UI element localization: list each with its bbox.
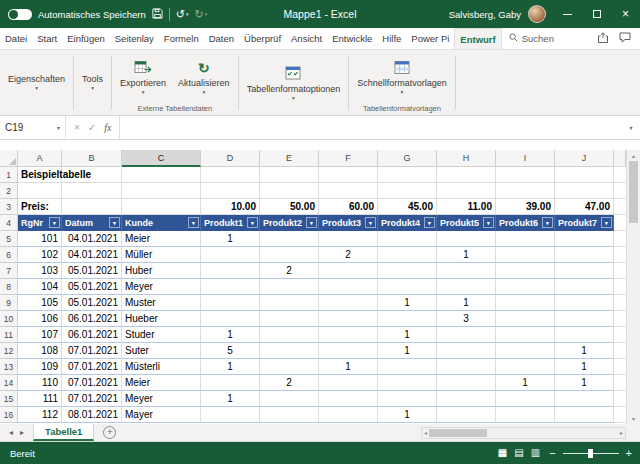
cell-D6[interactable] xyxy=(201,247,260,263)
cell-A15[interactable]: 111 xyxy=(18,391,62,407)
cell-J7[interactable] xyxy=(555,263,614,279)
cell-E14[interactable]: 2 xyxy=(260,375,319,391)
cell-J8[interactable] xyxy=(555,279,614,295)
column-header-J[interactable]: J xyxy=(555,150,614,167)
share-icon[interactable] xyxy=(597,32,609,45)
cell-A9[interactable]: 105 xyxy=(18,295,62,311)
cell-D15[interactable]: 1 xyxy=(201,391,260,407)
cell-F8[interactable] xyxy=(319,279,378,295)
cell-F7[interactable] xyxy=(319,263,378,279)
cell-A7[interactable]: 103 xyxy=(18,263,62,279)
cell-H5[interactable] xyxy=(437,231,496,247)
cell-F12[interactable] xyxy=(319,343,378,359)
row-header-8[interactable]: 8 xyxy=(0,279,18,295)
cell-C7[interactable]: Huber xyxy=(122,263,201,279)
zoom-slider-thumb[interactable] xyxy=(588,449,593,458)
filter-dropdown-icon[interactable]: ▾ xyxy=(424,217,435,228)
row-header-14[interactable]: 14 xyxy=(0,375,18,391)
ribbon-tab-hilfe[interactable]: Hilfe xyxy=(377,28,406,49)
cell-H12[interactable] xyxy=(437,343,496,359)
cell-H6[interactable]: 1 xyxy=(437,247,496,263)
cell-E16[interactable] xyxy=(260,407,319,423)
cell-D11[interactable]: 1 xyxy=(201,327,260,343)
cell-A11[interactable]: 107 xyxy=(18,327,62,343)
cell-D5[interactable]: 1 xyxy=(201,231,260,247)
cell-A1[interactable]: Beispieltabelle xyxy=(18,167,62,183)
cell-I10[interactable] xyxy=(496,311,555,327)
cell-F14[interactable] xyxy=(319,375,378,391)
cell-J3[interactable]: 47.00 xyxy=(555,199,614,215)
cell-G2[interactable] xyxy=(378,183,437,199)
cell-F13[interactable]: 1 xyxy=(319,359,378,375)
cell-C5[interactable]: Meier xyxy=(122,231,201,247)
cell-C2[interactable] xyxy=(122,183,201,199)
horizontal-scroll-thumb[interactable] xyxy=(429,429,487,437)
minimize-button[interactable] xyxy=(553,0,582,28)
filter-dropdown-icon[interactable]: ▾ xyxy=(483,217,494,228)
cell-A5[interactable]: 101 xyxy=(18,231,62,247)
cell-C4[interactable]: Kunde▾ xyxy=(122,215,201,231)
cell-E2[interactable] xyxy=(260,183,319,199)
ribbon-tab-power-pi[interactable]: Power Pi xyxy=(406,28,454,49)
ribbon-tab-ansicht[interactable]: Ansicht xyxy=(286,28,327,49)
sheet-nav-right-icon[interactable]: ▸ xyxy=(20,428,24,437)
cell-E9[interactable] xyxy=(260,295,319,311)
cell-F2[interactable] xyxy=(319,183,378,199)
cell-H16[interactable] xyxy=(437,407,496,423)
cell-E7[interactable]: 2 xyxy=(260,263,319,279)
cell-G3[interactable]: 45.00 xyxy=(378,199,437,215)
filter-dropdown-icon[interactable]: ▾ xyxy=(542,217,553,228)
cell-D16[interactable] xyxy=(201,407,260,423)
column-header-F[interactable]: F xyxy=(319,150,378,167)
cell-A10[interactable]: 106 xyxy=(18,311,62,327)
cancel-formula-button[interactable]: × xyxy=(74,122,80,133)
formula-input[interactable] xyxy=(120,116,622,139)
cell-B6[interactable]: 04.01.2021 xyxy=(62,247,122,263)
cell-C14[interactable]: Meier xyxy=(122,375,201,391)
cell-H2[interactable] xyxy=(437,183,496,199)
cell-G9[interactable]: 1 xyxy=(378,295,437,311)
cell-B12[interactable]: 07.01.2021 xyxy=(62,343,122,359)
cell-E11[interactable] xyxy=(260,327,319,343)
new-sheet-button[interactable]: + xyxy=(103,426,116,439)
cell-G11[interactable]: 1 xyxy=(378,327,437,343)
cell-I9[interactable] xyxy=(496,295,555,311)
vertical-scroll-thumb[interactable] xyxy=(629,161,638,223)
cell-E8[interactable] xyxy=(260,279,319,295)
cell-E13[interactable] xyxy=(260,359,319,375)
cell-H9[interactable]: 1 xyxy=(437,295,496,311)
zoom-slider[interactable] xyxy=(563,453,619,454)
scroll-down-icon[interactable]: ▾ xyxy=(632,415,635,422)
page-layout-view-icon[interactable]: ▤ xyxy=(514,448,523,458)
cell-G16[interactable]: 1 xyxy=(378,407,437,423)
cell-B9[interactable]: 05.01.2021 xyxy=(62,295,122,311)
cell-F3[interactable]: 60.00 xyxy=(319,199,378,215)
cell-G10[interactable] xyxy=(378,311,437,327)
cell-I7[interactable] xyxy=(496,263,555,279)
cell-B14[interactable]: 07.01.2021 xyxy=(62,375,122,391)
cell-G8[interactable] xyxy=(378,279,437,295)
cell-C11[interactable]: Studer xyxy=(122,327,201,343)
row-header-5[interactable]: 5 xyxy=(0,231,18,247)
cell-C15[interactable]: Meyer xyxy=(122,391,201,407)
cell-A16[interactable]: 112 xyxy=(18,407,62,423)
cell-F10[interactable] xyxy=(319,311,378,327)
sheet-tab-tabelle1[interactable]: Tabelle1 xyxy=(33,424,94,441)
cell-J11[interactable] xyxy=(555,327,614,343)
row-header-12[interactable]: 12 xyxy=(0,343,18,359)
cell-D1[interactable] xyxy=(201,167,260,183)
cell-G15[interactable] xyxy=(378,391,437,407)
cell-A14[interactable]: 110 xyxy=(18,375,62,391)
cell-E1[interactable] xyxy=(260,167,319,183)
ribbon-tab-einfügen[interactable]: Einfügen xyxy=(62,28,110,49)
row-header-4[interactable]: 4 xyxy=(0,215,18,231)
cell-I14[interactable]: 1 xyxy=(496,375,555,391)
tabellenformatoptionen-button[interactable]: Tabellenformatoptionen ▾ xyxy=(241,63,347,104)
ribbon-tab-überprüf[interactable]: Überprüf xyxy=(239,28,286,49)
schnellformatvorlagen-button[interactable]: Schnellformatvorlagen ▾ xyxy=(351,57,453,98)
redo-button[interactable]: ↻▾ xyxy=(194,9,207,20)
cell-G1[interactable] xyxy=(378,167,437,183)
cell-J6[interactable] xyxy=(555,247,614,263)
cell-B2[interactable] xyxy=(62,183,122,199)
cell-D10[interactable] xyxy=(201,311,260,327)
